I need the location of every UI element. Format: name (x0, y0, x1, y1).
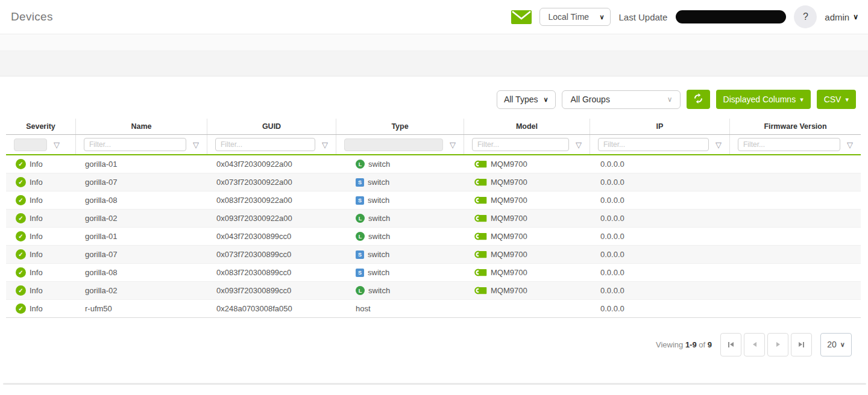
type-badge: S (356, 250, 364, 259)
device-model: MQM9700 (491, 160, 527, 169)
device-model: MQM9700 (491, 232, 527, 241)
table-toolbar: All Types ∨ All Groups ∨ Displayed Colum… (0, 90, 868, 109)
device-ip: 0.0.0.0 (590, 196, 729, 205)
device-name: gorilla-07 (75, 250, 207, 259)
group-filter-select[interactable]: All Groups ∨ (562, 90, 681, 109)
table-header-row: Severity Name GUID Type Model IP Firmwar… (6, 119, 861, 135)
severity-label: Info (30, 268, 43, 277)
viewing-total: 9 (708, 340, 712, 349)
funnel-icon[interactable]: ▽ (576, 140, 582, 149)
page-size-select[interactable]: 20 ∨ (820, 333, 852, 356)
ip-filter-input[interactable] (598, 138, 709, 151)
device-type: switch (368, 232, 390, 241)
type-badge: L (356, 232, 365, 241)
severity-label: Info (30, 160, 43, 169)
nvidia-logo-icon (473, 196, 487, 205)
column-header-type[interactable]: Type (336, 119, 464, 134)
table-row[interactable]: ✓ Info gorilla-07 0x073f720300922a00 S s… (6, 173, 861, 191)
table-row[interactable]: ✓ Info r-ufm50 0x248a0703008fa050 host 0… (6, 300, 861, 318)
table-row[interactable]: ✓ Info gorilla-07 0x073f720300899cc0 S s… (6, 246, 861, 264)
model-filter-input[interactable] (472, 138, 569, 151)
column-header-ip[interactable]: IP (590, 119, 729, 134)
header-actions: Local Time ∨ Last Update ? admin ∨ (511, 5, 858, 28)
column-header-severity[interactable]: Severity (6, 119, 75, 134)
column-header-firmware[interactable]: Firmware Version (729, 119, 861, 134)
table-row[interactable]: ✓ Info gorilla-01 0x043f720300899cc0 L s… (6, 228, 861, 246)
severity-label: Info (30, 178, 43, 187)
user-name: admin (825, 12, 849, 22)
last-page-button[interactable] (791, 333, 812, 356)
type-filter-value: All Types (504, 95, 538, 104)
device-ip: 0.0.0.0 (590, 250, 729, 259)
device-type: switch (368, 268, 389, 277)
device-name: gorilla-08 (75, 268, 207, 277)
device-ip: 0.0.0.0 (590, 232, 729, 241)
chevron-down-icon: ∨ (667, 95, 673, 104)
funnel-icon[interactable]: ▽ (847, 140, 853, 149)
next-page-icon (776, 342, 780, 347)
device-name: gorilla-08 (75, 196, 207, 205)
caret-down-icon: ▾ (800, 96, 804, 104)
nvidia-logo-icon (473, 232, 487, 241)
type-filter-select[interactable]: All Types ∨ (497, 90, 556, 109)
displayed-columns-button[interactable]: Displayed Columns ▾ (716, 90, 811, 109)
device-name: r-ufm50 (75, 304, 207, 313)
severity-label: Info (30, 232, 43, 241)
guid-filter-input[interactable] (215, 138, 315, 151)
chevron-down-icon: ∨ (853, 13, 858, 21)
table-row[interactable]: ✓ Info gorilla-02 0x093f720300899cc0 L s… (6, 282, 861, 300)
pager-buttons (720, 333, 812, 356)
funnel-icon[interactable]: ▽ (54, 140, 60, 149)
next-page-button[interactable] (767, 333, 788, 356)
previous-page-icon (753, 342, 756, 347)
firmware-filter-input[interactable] (738, 138, 840, 151)
device-name: gorilla-07 (75, 178, 207, 187)
refresh-button[interactable] (687, 90, 710, 109)
severity-label: Info (30, 286, 43, 295)
device-guid: 0x083f720300899cc0 (207, 268, 336, 277)
device-type: switch (368, 286, 390, 295)
table-row[interactable]: ✓ Info gorilla-01 0x043f720300922a00 L s… (6, 155, 861, 173)
device-type: switch (368, 160, 390, 169)
funnel-icon[interactable]: ▽ (322, 140, 328, 149)
column-header-model[interactable]: Model (464, 119, 590, 134)
column-header-name[interactable]: Name (75, 119, 207, 134)
column-header-guid[interactable]: GUID (207, 119, 336, 134)
table-row[interactable]: ✓ Info gorilla-08 0x083f720300899cc0 S s… (6, 264, 861, 282)
last-update-value-redacted (676, 10, 786, 23)
nvidia-logo-icon (473, 250, 487, 259)
first-page-icon (728, 342, 729, 347)
table-row[interactable]: ✓ Info gorilla-08 0x083f720300922a00 S s… (6, 191, 861, 210)
funnel-icon[interactable]: ▽ (715, 140, 722, 149)
nvidia-logo-icon (473, 178, 487, 187)
user-menu[interactable]: admin ∨ (825, 12, 858, 22)
device-ip: 0.0.0.0 (590, 178, 729, 187)
device-type: host (356, 304, 371, 313)
page-title: Devices (11, 10, 53, 23)
device-type: switch (368, 178, 389, 187)
chevron-down-icon: ∨ (543, 96, 548, 104)
severity-ok-icon: ✓ (16, 303, 26, 314)
timezone-select[interactable]: Local Time ∨ (539, 8, 611, 26)
device-model: MQM9700 (491, 178, 527, 187)
app-header: Devices Local Time ∨ Last Update ? admin… (0, 0, 868, 34)
type-badge: S (356, 178, 364, 187)
funnel-icon[interactable]: ▽ (450, 140, 456, 149)
displayed-columns-label: Displayed Columns (723, 95, 796, 104)
previous-page-button[interactable] (744, 333, 765, 356)
device-guid: 0x083f720300922a00 (207, 196, 336, 205)
csv-export-button[interactable]: CSV ▾ (817, 90, 856, 109)
severity-ok-icon: ✓ (16, 267, 26, 278)
severity-filter-disabled (14, 138, 47, 151)
name-filter-input[interactable] (84, 138, 186, 151)
device-guid: 0x093f720300922a00 (207, 214, 336, 223)
last-page-icon (799, 342, 802, 347)
timezone-select-value: Local Time (548, 12, 589, 22)
table-row[interactable]: ✓ Info gorilla-02 0x093f720300922a00 L s… (6, 210, 861, 228)
help-icon[interactable]: ? (794, 5, 817, 28)
first-page-button[interactable] (720, 333, 741, 356)
funnel-icon[interactable]: ▽ (193, 140, 199, 149)
device-type: switch (368, 196, 389, 205)
mail-icon[interactable] (511, 10, 532, 25)
device-type: switch (368, 250, 389, 259)
